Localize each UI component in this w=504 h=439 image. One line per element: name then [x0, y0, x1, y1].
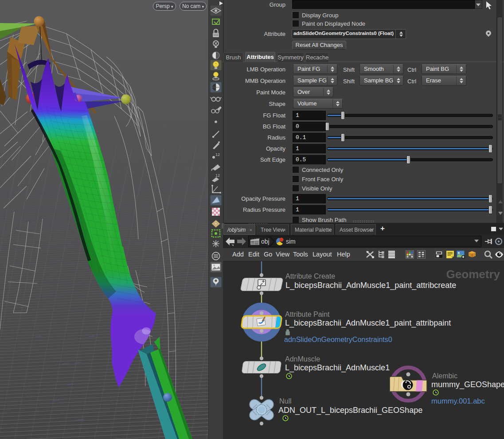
- svg-text:mummy.001.abc: mummy.001.abc: [431, 397, 485, 405]
- svg-text:adnSlideOnGeometryConstraints0: adnSlideOnGeometryConstraints0: [284, 336, 392, 343]
- svg-text:Attribute Create: Attribute Create: [285, 272, 335, 280]
- svg-text:ADN_OUT_L_bicepsBrachii_GEOSha: ADN_OUT_L_bicepsBrachii_GEOShape: [278, 406, 422, 415]
- svg-text:AdnMuscle: AdnMuscle: [285, 355, 320, 363]
- svg-text:Alembic: Alembic: [432, 372, 457, 380]
- svg-text:Attribute Paint: Attribute Paint: [285, 311, 330, 318]
- svg-text:Geometry: Geometry: [446, 268, 500, 281]
- svg-text:L_bicepsBrachii_AdnMuscle1: L_bicepsBrachii_AdnMuscle1: [285, 363, 390, 373]
- svg-text:L_bicepsBrachii_AdnMuscle1_pai: L_bicepsBrachii_AdnMuscle1_paint_attribc…: [285, 281, 456, 290]
- svg-text:Null: Null: [279, 397, 292, 405]
- svg-text:L_bicepsBrachii_AdnMuscle1_pai: L_bicepsBrachii_AdnMuscle1_paint_attribp…: [285, 319, 451, 328]
- svg-text:mummy_GEOShape: mummy_GEOShape: [431, 380, 504, 389]
